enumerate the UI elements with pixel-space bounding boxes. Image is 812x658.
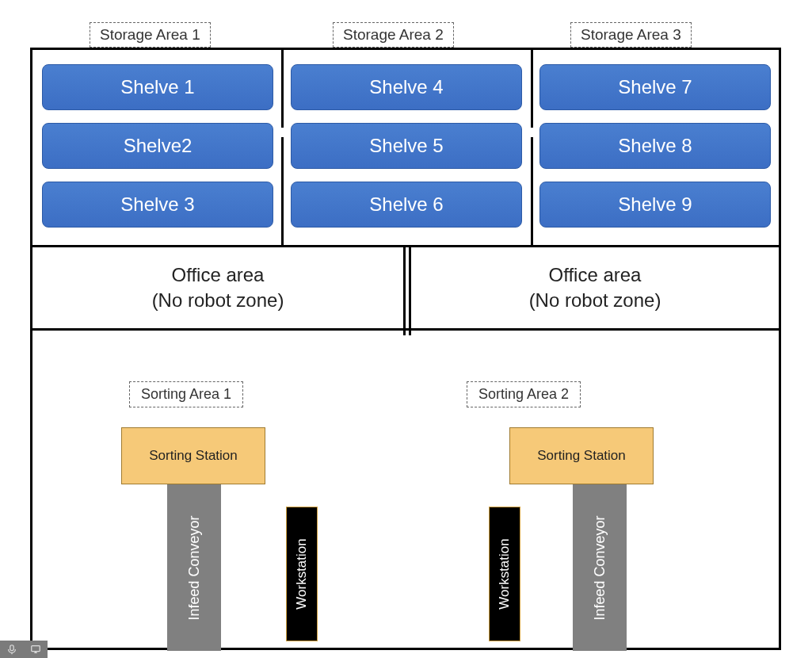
office-area-1: Office area (No robot zone) (32, 247, 403, 328)
taskbar (0, 641, 48, 658)
infeed-1-label: Infeed Conveyor (186, 515, 203, 620)
workstation-2: Workstation (489, 507, 520, 641)
shelve-2: Shelve2 (42, 123, 273, 169)
office-1-line1: Office area (172, 262, 265, 288)
divider (281, 50, 284, 128)
storage-zone: Shelve 1 Shelve2 Shelve 3 Shelve 4 Shelv… (32, 50, 779, 245)
office-area-2: Office area (No robot zone) (411, 247, 779, 328)
office-2-line1: Office area (549, 262, 642, 288)
svg-rect-0 (10, 645, 13, 651)
office-zone: Office area (No robot zone) Office area … (32, 245, 779, 331)
infeed-conveyor-1: Infeed Conveyor (167, 484, 221, 651)
office-2-line2: (No robot zone) (529, 288, 661, 313)
shelve-9: Shelve 9 (539, 182, 771, 228)
divider (281, 137, 284, 245)
workstation-2-label: Workstation (497, 538, 513, 609)
office-separator (403, 245, 411, 335)
shelve-7: Shelve 7 (539, 64, 771, 110)
divider (531, 137, 533, 245)
floor-plan: Shelve 1 Shelve2 Shelve 3 Shelve 4 Shelv… (30, 48, 781, 650)
shelve-1: Shelve 1 (42, 64, 273, 110)
infeed-conveyor-2: Infeed Conveyor (573, 484, 627, 651)
storage-area-2-label: Storage Area 2 (333, 22, 454, 48)
sorting-area-2-label: Sorting Area 2 (467, 381, 581, 407)
workstation-1-label: Workstation (294, 538, 310, 609)
shelve-4: Shelve 4 (291, 64, 522, 110)
shelve-6: Shelve 6 (291, 182, 522, 228)
shelve-5: Shelve 5 (291, 123, 522, 169)
svg-rect-1 (32, 646, 40, 652)
divider (531, 50, 533, 128)
shelve-8: Shelve 8 (539, 123, 771, 169)
monitor-icon[interactable] (24, 641, 48, 658)
sorting-area-1-label: Sorting Area 1 (129, 381, 243, 407)
storage-area-1-label: Storage Area 1 (90, 22, 211, 48)
workstation-1: Workstation (286, 507, 318, 641)
sorting-station-1: Sorting Station (121, 427, 265, 484)
shelve-3: Shelve 3 (42, 182, 273, 228)
sorting-zone: Sorting Area 1 Sorting Area 2 Sorting St… (32, 331, 779, 648)
infeed-2-label: Infeed Conveyor (592, 515, 608, 620)
storage-area-3-label: Storage Area 3 (570, 22, 692, 48)
mic-icon[interactable] (0, 641, 24, 658)
office-1-line2: (No robot zone) (152, 288, 284, 313)
sorting-station-2: Sorting Station (509, 427, 654, 484)
